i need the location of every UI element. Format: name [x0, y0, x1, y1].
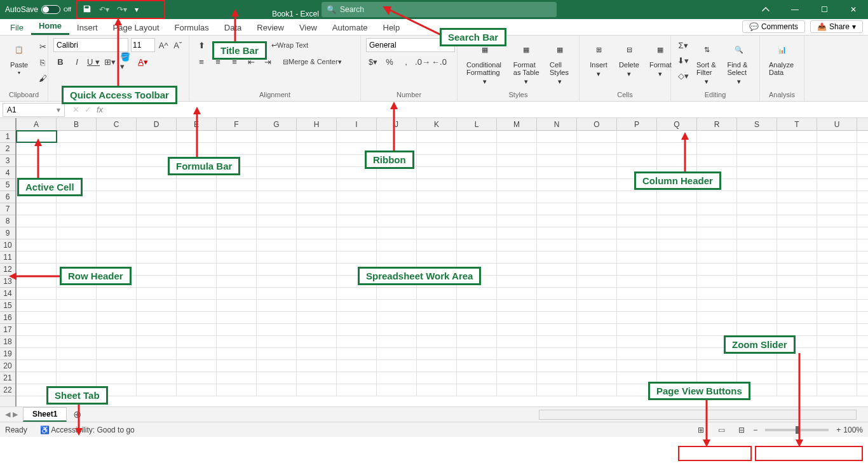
cell[interactable]: [497, 239, 537, 251]
font-size-select[interactable]: [131, 38, 155, 52]
cell[interactable]: [457, 288, 497, 299]
cell[interactable]: [137, 191, 177, 203]
cell[interactable]: [137, 336, 177, 347]
qat-customize-icon[interactable]: ▾: [135, 5, 139, 14]
cell[interactable]: [297, 372, 337, 384]
fill-color-icon[interactable]: 🪣▾: [119, 55, 133, 69]
name-box[interactable]: A1▾: [3, 103, 65, 117]
cell[interactable]: [577, 348, 617, 359]
cell[interactable]: [177, 143, 217, 154]
cell[interactable]: [377, 191, 417, 203]
cell[interactable]: [177, 203, 217, 215]
cell[interactable]: [257, 131, 297, 142]
row-headers[interactable]: 12345678910111213141516171819202122: [0, 131, 17, 406]
cell[interactable]: [217, 300, 257, 311]
cell[interactable]: [417, 324, 457, 335]
cell[interactable]: [737, 239, 777, 251]
cell[interactable]: [217, 179, 257, 191]
cell[interactable]: [177, 276, 217, 287]
cell[interactable]: [337, 215, 377, 227]
cell[interactable]: [97, 336, 137, 347]
page-break-view-icon[interactable]: ⊟: [733, 424, 750, 436]
cell[interactable]: [577, 288, 617, 299]
cell[interactable]: [737, 227, 777, 239]
cell-styles-button[interactable]: ▦Cell Styles▾: [546, 38, 574, 87]
row-header-17[interactable]: 17: [0, 324, 15, 336]
cell[interactable]: [97, 203, 137, 215]
cell[interactable]: [177, 215, 217, 227]
cell[interactable]: [97, 348, 137, 359]
tab-review[interactable]: Review: [249, 20, 292, 35]
cell[interactable]: [57, 288, 97, 299]
cell[interactable]: [537, 288, 577, 299]
cell[interactable]: [617, 131, 657, 142]
cell[interactable]: [737, 300, 777, 311]
cell[interactable]: [697, 264, 737, 275]
cell[interactable]: [417, 239, 457, 251]
cell[interactable]: [577, 239, 617, 251]
cut-icon[interactable]: ✂: [36, 39, 50, 53]
fx-icon[interactable]: fx: [97, 105, 103, 114]
cell[interactable]: [537, 179, 577, 191]
cell[interactable]: [577, 252, 617, 263]
cell[interactable]: [617, 252, 657, 263]
cell[interactable]: [817, 264, 857, 275]
cell[interactable]: [457, 131, 497, 142]
cell[interactable]: [337, 384, 377, 396]
cell[interactable]: [457, 336, 497, 347]
cell[interactable]: [217, 252, 257, 263]
autosave-toggle[interactable]: AutoSave Off: [0, 5, 76, 14]
cell[interactable]: [817, 336, 857, 347]
cell[interactable]: [577, 227, 617, 239]
row-header-11[interactable]: 11: [0, 252, 15, 264]
cell[interactable]: [97, 372, 137, 384]
cell[interactable]: [817, 300, 857, 311]
cell[interactable]: [217, 143, 257, 154]
cell[interactable]: [537, 239, 577, 251]
cell[interactable]: [57, 155, 97, 166]
cell[interactable]: [57, 252, 97, 263]
cell[interactable]: [137, 300, 177, 311]
cell[interactable]: [697, 143, 737, 154]
cell[interactable]: [657, 155, 697, 166]
cell[interactable]: [257, 276, 297, 287]
cell[interactable]: [377, 227, 417, 239]
cell[interactable]: [817, 312, 857, 323]
cell[interactable]: [257, 203, 297, 215]
cell[interactable]: [657, 336, 697, 347]
cell[interactable]: [817, 167, 857, 178]
cell[interactable]: [457, 300, 497, 311]
cell[interactable]: [337, 203, 377, 215]
cell[interactable]: [297, 312, 337, 323]
cell[interactable]: [177, 336, 217, 347]
cell[interactable]: [137, 288, 177, 299]
copy-icon[interactable]: ⎘: [36, 55, 50, 69]
cell[interactable]: [577, 276, 617, 287]
cell[interactable]: [337, 239, 377, 251]
column-header-P[interactable]: P: [617, 118, 657, 130]
cell[interactable]: [817, 203, 857, 215]
cell[interactable]: [417, 167, 457, 178]
cell[interactable]: [777, 372, 817, 384]
zoom-level[interactable]: 100%: [843, 426, 863, 434]
tab-view[interactable]: View: [292, 20, 325, 35]
cell[interactable]: [457, 155, 497, 166]
cell[interactable]: [337, 131, 377, 142]
cell[interactable]: [377, 131, 417, 142]
cell[interactable]: [577, 131, 617, 142]
cell[interactable]: [817, 276, 857, 287]
cell[interactable]: [297, 276, 337, 287]
cell[interactable]: [217, 312, 257, 323]
cell[interactable]: [537, 372, 577, 384]
cell[interactable]: [617, 215, 657, 227]
column-header-N[interactable]: N: [537, 118, 577, 130]
cell[interactable]: [617, 227, 657, 239]
cell[interactable]: [697, 155, 737, 166]
zoom-in-icon[interactable]: +: [836, 426, 841, 434]
cell[interactable]: [177, 191, 217, 203]
cell[interactable]: [257, 215, 297, 227]
cell[interactable]: [737, 360, 777, 372]
row-header-20[interactable]: 20: [0, 360, 15, 372]
tab-data[interactable]: Data: [217, 20, 249, 35]
cell[interactable]: [217, 372, 257, 384]
